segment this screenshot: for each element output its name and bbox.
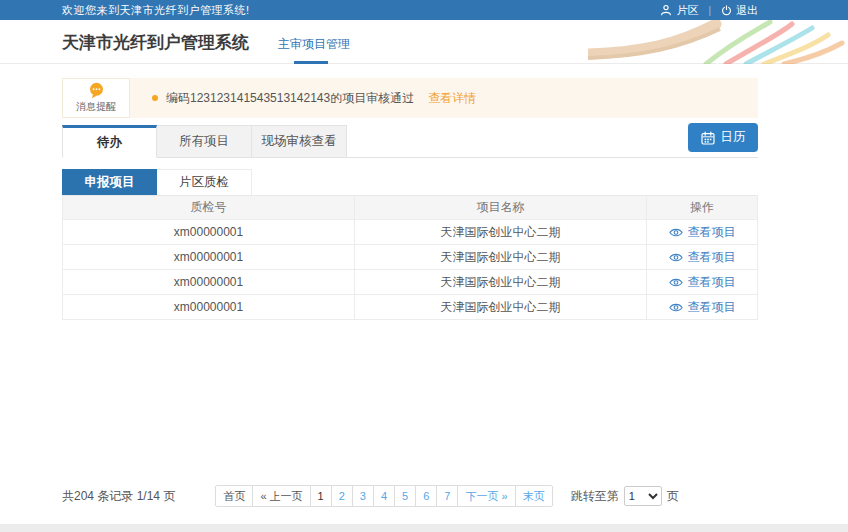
topbar-divider: |	[708, 5, 711, 16]
page-button-3[interactable]: 3	[352, 485, 374, 507]
calendar-icon	[701, 131, 715, 145]
tab-all-projects[interactable]: 所有项目	[157, 125, 252, 158]
tab-todo[interactable]: 待办	[62, 125, 157, 158]
table-row: xm00000001天津国际创业中心二期查看项目	[63, 220, 757, 245]
col-header-project-name: 项目名称	[355, 196, 647, 220]
page-button-7[interactable]: 7	[436, 485, 458, 507]
calendar-button[interactable]: 日历	[688, 123, 758, 152]
page-jump: 跳转至第 1 页	[571, 486, 679, 506]
logout-label: 退出	[736, 3, 758, 18]
table-header-row: 质检号 项目名称 操作	[63, 195, 757, 220]
project-name-cell: 天津国际创业中心二期	[355, 270, 647, 295]
view-project-label: 查看项目	[688, 249, 736, 266]
message-panel-label: 消息提醒	[76, 100, 116, 114]
eye-icon	[669, 252, 683, 263]
col-header-qc-number: 质检号	[63, 196, 355, 220]
view-project-link[interactable]: 查看项目	[669, 274, 736, 291]
main-tabs: 待办 所有项目 现场审核查看	[62, 125, 758, 158]
qc-number-cell: xm00000001	[63, 245, 355, 270]
project-name-cell: 天津国际创业中心二期	[355, 220, 647, 245]
eye-icon	[669, 302, 683, 313]
power-icon	[721, 5, 732, 16]
nav-item-main-audit[interactable]: 主审项目管理	[278, 36, 350, 53]
subtab-declared-projects[interactable]: 申报项目	[62, 169, 157, 195]
subtab-area-qc[interactable]: 片区质检	[157, 169, 252, 195]
topbar-links: 片区 | 退出	[660, 0, 758, 20]
view-project-label: 查看项目	[688, 274, 736, 291]
header: 天津市光纤到户管理系统 主审项目管理	[0, 20, 848, 64]
message-bubble-icon	[88, 82, 105, 99]
jump-suffix-label: 页	[667, 488, 679, 505]
qc-number-cell: xm00000001	[63, 220, 355, 245]
project-name-cell: 天津国际创业中心二期	[355, 245, 647, 270]
page-jump-select[interactable]: 1	[624, 486, 662, 506]
logout-link[interactable]: 退出	[721, 3, 758, 18]
table-row: xm00000001天津国际创业中心二期查看项目	[63, 270, 757, 295]
message-text: 编码123123141543513142143的项目审核通过	[166, 90, 414, 107]
message-item: 编码123123141543513142143的项目审核通过 查看详情	[152, 90, 476, 107]
area-link[interactable]: 片区	[660, 3, 698, 18]
welcome-text: 欢迎您来到天津市光纤到户管理系统!	[62, 3, 250, 18]
sub-tabs: 申报项目 片区质检	[62, 169, 252, 195]
topbar: 欢迎您来到天津市光纤到户管理系统! 片区 | 退出	[0, 0, 848, 20]
prev-page-button[interactable]: « 上一页	[252, 485, 310, 507]
next-page-button[interactable]: 下一页 »	[457, 485, 515, 507]
app-root: 欢迎您来到天津市光纤到户管理系统! 片区 | 退出	[0, 0, 848, 532]
project-name-cell: 天津国际创业中心二期	[355, 295, 647, 320]
page-button-5[interactable]: 5	[394, 485, 416, 507]
bullet-dot-icon	[152, 95, 158, 101]
eye-icon	[669, 277, 683, 288]
fiber-cable-image	[588, 20, 848, 64]
view-project-label: 查看项目	[688, 299, 736, 316]
view-project-link[interactable]: 查看项目	[669, 249, 736, 266]
qc-number-cell: xm00000001	[63, 295, 355, 320]
view-detail-link[interactable]: 查看详情	[428, 90, 476, 107]
projects-table: 质检号 项目名称 操作 xm00000001天津国际创业中心二期查看项目xm00…	[62, 195, 758, 320]
table-row: xm00000001天津国际创业中心二期查看项目	[63, 245, 757, 270]
tab-site-audit-view[interactable]: 现场审核查看	[252, 125, 347, 158]
person-icon	[660, 4, 672, 16]
view-project-link[interactable]: 查看项目	[669, 224, 736, 241]
eye-icon	[669, 227, 683, 238]
jump-prefix-label: 跳转至第	[571, 488, 619, 505]
pagination-buttons: 首页 « 上一页 1 2 3 4 5 6 7 下一页 » 末页	[215, 485, 552, 507]
page-button-6[interactable]: 6	[415, 485, 437, 507]
first-page-button[interactable]: 首页	[215, 485, 253, 507]
footer-bar	[0, 524, 848, 532]
pagination: 共204 条记录 1/14 页 首页 « 上一页 1 2 3 4 5 6 7 下…	[62, 484, 758, 508]
area-label: 片区	[676, 3, 698, 18]
page-title: 天津市光纤到户管理系统	[62, 31, 249, 54]
records-summary: 共204 条记录 1/14 页	[62, 488, 175, 505]
view-project-link[interactable]: 查看项目	[669, 299, 736, 316]
page-button-1[interactable]: 1	[310, 485, 332, 507]
message-bar: 消息提醒 编码123123141543513142143的项目审核通过 查看详情	[62, 78, 758, 118]
last-page-button[interactable]: 末页	[515, 485, 553, 507]
page-button-2[interactable]: 2	[331, 485, 353, 507]
qc-number-cell: xm00000001	[63, 270, 355, 295]
table-row: xm00000001天津国际创业中心二期查看项目	[63, 295, 757, 320]
nav-active-underline	[294, 61, 328, 64]
page-button-4[interactable]: 4	[373, 485, 395, 507]
view-project-label: 查看项目	[688, 224, 736, 241]
col-header-actions: 操作	[647, 196, 757, 220]
calendar-button-label: 日历	[721, 129, 746, 146]
message-panel[interactable]: 消息提醒	[62, 78, 130, 118]
